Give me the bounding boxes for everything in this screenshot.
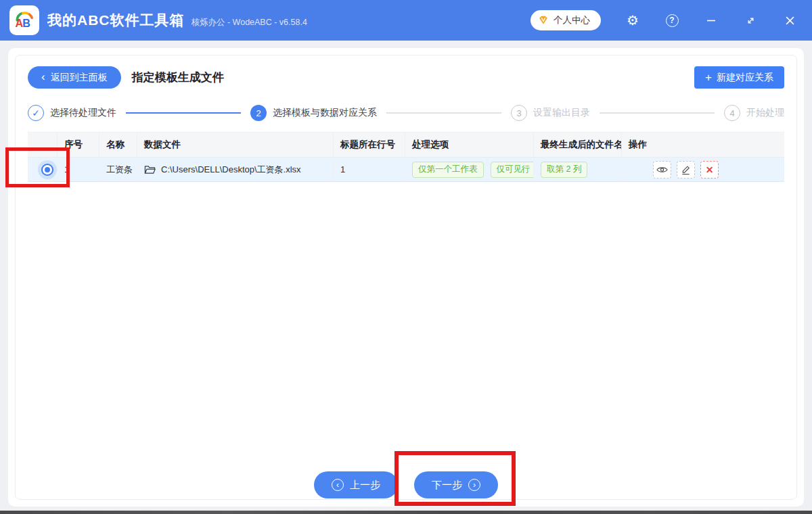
stepper-connector [600, 112, 715, 114]
app-subtitle: 核烁办公 - WodeABC - v6.58.4 [191, 17, 307, 28]
table-header-row: 序号 名称 数据文件 标题所在行号 处理选项 最终生成后的文件名 操作 [28, 133, 784, 158]
app-logo-graphic: AB [12, 8, 37, 32]
row-name: 工资条 [99, 158, 137, 182]
step-4-number: 4 [724, 105, 740, 121]
new-mapping-button[interactable]: + 新建对应关系 [694, 66, 784, 89]
table-header-outputname: 最终生成后的文件名 [534, 133, 622, 158]
prev-step-label: 上一步 [350, 479, 380, 492]
folder-icon [144, 165, 156, 174]
table-header-name: 名称 [99, 133, 137, 158]
vip-badge-icon [537, 14, 549, 26]
step-2-label: 选择模板与数据对应关系 [273, 107, 377, 119]
plus-icon: + [705, 72, 712, 83]
edit-pencil-icon[interactable] [677, 161, 695, 179]
step-3-number: 3 [511, 105, 527, 121]
chevron-left-icon: ‹ [41, 71, 45, 83]
step-2-mapping: 2 选择模板与数据对应关系 [250, 105, 377, 121]
circle-chevron-left-icon: ‹ [332, 479, 344, 491]
svg-text:AB: AB [16, 17, 31, 29]
preview-eye-icon[interactable] [653, 161, 671, 179]
user-center-label: 个人中心 [554, 14, 590, 26]
stepper-connector [126, 112, 241, 114]
prev-step-button[interactable]: ‹ 上一步 [314, 471, 398, 498]
step-4-label: 开始处理 [746, 107, 784, 119]
circle-chevron-right-icon: › [468, 479, 480, 491]
step-2-number: 2 [250, 105, 267, 121]
table-header-select [28, 133, 58, 158]
help-icon[interactable]: ? [664, 13, 679, 28]
close-icon[interactable] [782, 13, 797, 28]
content-panel: ‹ 返回到主面板 指定模板生成文件 + 新建对应关系 ✓ 选择待处理文件 2 [15, 55, 797, 500]
row-radio-selected[interactable] [41, 164, 53, 176]
wizard-stepper: ✓ 选择待处理文件 2 选择模板与数据对应关系 3 设置输出目录 4 开始处理 [28, 105, 784, 121]
minimize-icon[interactable] [704, 13, 719, 28]
panel-header: ‹ 返回到主面板 指定模板生成文件 + 新建对应关系 [28, 66, 784, 89]
table-header-titlerow: 标题所在行号 [334, 133, 405, 158]
wizard-footer: ‹ 上一步 下一步 › [16, 471, 796, 498]
row-select-cell [28, 158, 58, 182]
row-output-rule-cell: 取第 2 列 [534, 158, 622, 182]
stepper-connector [386, 112, 501, 114]
option-tag: 仅可见行 [491, 162, 535, 178]
next-step-button[interactable]: 下一步 › [414, 471, 498, 498]
table-header-datafile: 数据文件 [137, 133, 334, 158]
titlebar: AB 我的ABC软件工具箱 核烁办公 - WodeABC - v6.58.4 个… [0, 0, 812, 41]
step-4-start: 4 开始处理 [724, 105, 784, 121]
row-options-cell: 仅第一个工作表 仅可见行 [405, 158, 534, 182]
table-header-index: 序号 [58, 133, 99, 158]
page-title: 指定模板生成文件 [132, 70, 224, 85]
row-title-line: 1 [334, 158, 405, 182]
option-tag: 仅第一个工作表 [412, 162, 484, 178]
app-title: 我的ABC软件工具箱 [47, 11, 185, 30]
row-index: 1 [58, 158, 99, 182]
row-datafile-cell: C:\Users\DELL\Desktop\工资条.xlsx [137, 158, 334, 182]
step-3-output-dir: 3 设置输出目录 [511, 105, 590, 121]
table-header-actions: 操作 [622, 133, 784, 158]
next-step-label: 下一步 [432, 479, 462, 492]
check-icon: ✓ [28, 105, 44, 121]
main-card: ‹ 返回到主面板 指定模板生成文件 + 新建对应关系 ✓ 选择待处理文件 2 [8, 48, 804, 507]
back-button-label: 返回到主面板 [51, 72, 108, 84]
taskbar-sliver [0, 511, 812, 514]
new-mapping-label: 新建对应关系 [717, 72, 773, 84]
row-file-path: C:\Users\DELL\Desktop\工资条.xlsx [161, 164, 301, 176]
row-actions-cell: ✕ [622, 158, 784, 182]
mapping-table: 序号 名称 数据文件 标题所在行号 处理选项 最终生成后的文件名 操作 1 工资… [28, 132, 784, 182]
table-header-options: 处理选项 [405, 133, 534, 158]
step-3-label: 设置输出目录 [533, 107, 590, 119]
maximize-icon[interactable] [743, 13, 758, 28]
delete-x-icon[interactable]: ✕ [700, 161, 719, 179]
back-to-dashboard-button[interactable]: ‹ 返回到主面板 [28, 66, 121, 89]
output-rule-tag: 取第 2 列 [541, 162, 587, 178]
settings-gear-icon[interactable]: ⚙ [625, 13, 640, 28]
table-row[interactable]: 1 工资条 C:\Users\DELL\Desktop\工资条.xlsx 1 [28, 158, 784, 182]
user-center-button[interactable]: 个人中心 [531, 10, 601, 30]
step-1-label: 选择待处理文件 [50, 107, 116, 119]
app-logo: AB [9, 5, 39, 35]
step-1-select-files: ✓ 选择待处理文件 [28, 105, 116, 121]
app-window: AB 我的ABC软件工具箱 核烁办公 - WodeABC - v6.58.4 个… [0, 0, 812, 514]
